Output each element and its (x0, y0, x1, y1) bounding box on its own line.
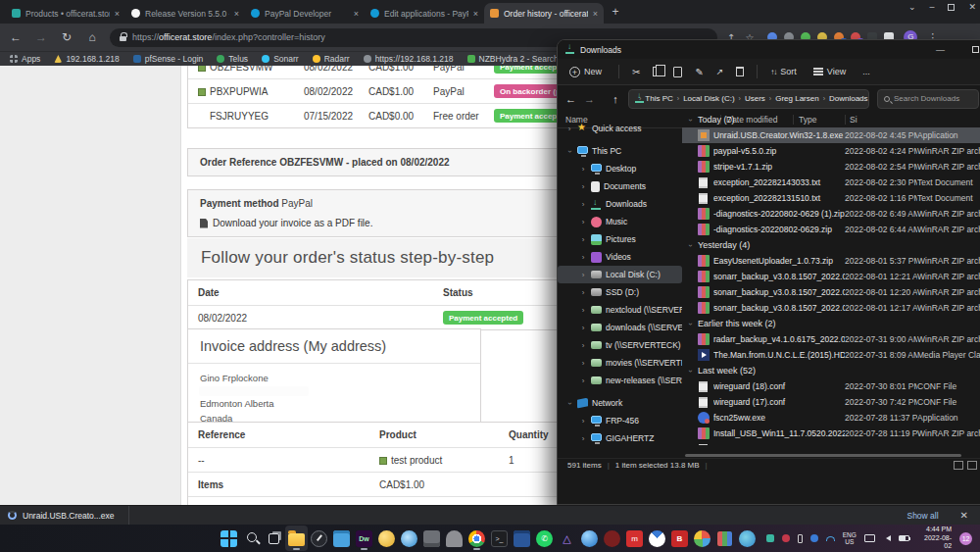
sidebar-documents[interactable]: Documents (558, 177, 682, 195)
file-row[interactable]: sonarr_backup_v3.0.8.1507_2022.07.31_22.… (682, 300, 980, 316)
sidebar-this-pc[interactable]: This PC (558, 142, 682, 160)
dark-red-app-icon[interactable] (601, 526, 623, 551)
file-row[interactable]: fscn25ww.exe 2022-07-28 11:37 PM Applica… (682, 410, 980, 426)
view-button[interactable]: View (813, 67, 850, 76)
back-button[interactable]: ← (8, 30, 24, 44)
explorer-title-bar[interactable]: Downloads — (558, 40, 980, 59)
bookmark-sonarr[interactable]: Sonarr (262, 54, 299, 64)
chrome-icon[interactable] (466, 526, 488, 551)
search-input[interactable]: Search Downloads (877, 89, 979, 109)
group-chevron-icon[interactable] (686, 320, 694, 328)
tab-close-icon[interactable]: × (354, 9, 359, 19)
breadcrumb-item[interactable]: Users (745, 94, 765, 103)
address-breadcrumb-bar[interactable]: › This PC› Local Disk (C:)› Users› Greg … (628, 89, 869, 109)
new-tab-button[interactable]: + (608, 5, 623, 21)
sidebar-ssd-d[interactable]: SSD (D:) (558, 283, 682, 301)
tab-paypal-developer[interactable]: PayPal Developer × (245, 3, 365, 24)
details-view-icon[interactable] (954, 461, 963, 470)
expand-chevron-icon[interactable] (579, 253, 587, 262)
file-row[interactable]: sonarr_backup_v3.0.8.1507_2022.07.30_21.… (682, 284, 980, 300)
close-shelf-icon[interactable]: ✕ (960, 510, 968, 521)
expand-chevron-icon[interactable] (579, 182, 587, 191)
sidebar-tv-drive[interactable]: tv (\\SERVERTECK) (U:) (558, 336, 682, 354)
expand-chevron-icon[interactable] (579, 165, 587, 174)
file-row[interactable]: The.Man.from.U.N.C.L.E.(2015).HDRip.XviD… (682, 347, 980, 363)
file-row[interactable]: Unraid.USB.Creator.Win32-1.8.exe 2022-08… (682, 127, 980, 143)
cast-monitor-icon[interactable] (864, 534, 875, 542)
device-manager-icon[interactable] (420, 526, 443, 551)
nav-back-icon[interactable]: ← (565, 93, 576, 105)
close-button[interactable]: ✕ (968, 2, 976, 12)
blue-sphere-app-icon[interactable] (578, 526, 601, 551)
file-row[interactable]: Earlier this week (2) (682, 316, 980, 331)
vpn-arc-icon[interactable] (826, 536, 835, 541)
bookmark-ip-https[interactable]: https://192.168.1.218 (364, 54, 454, 64)
file-row[interactable]: EasyUsenetUploader_1.0.73.zip 2022-08-01… (682, 253, 980, 269)
expand-chevron-icon[interactable] (579, 271, 587, 279)
forward-button[interactable]: → (33, 30, 49, 44)
sidebar-local-disk-c[interactable]: Local Disk (C:) (558, 266, 682, 283)
tab-search-chevron-icon[interactable]: ⌄ (908, 2, 916, 12)
file-row[interactable]: Yesterday (4) (682, 237, 980, 253)
expand-chevron-icon[interactable] (565, 125, 573, 133)
sort-button[interactable]: ↑↓Sort (770, 67, 801, 76)
cut-icon[interactable]: ✂ (632, 67, 640, 77)
whatsapp-icon[interactable]: ✆ (533, 526, 556, 551)
sidebar-music[interactable]: Music (558, 213, 682, 230)
red-m-app-icon[interactable]: m (623, 526, 646, 551)
share-icon[interactable]: ↗ (716, 67, 724, 76)
expand-chevron-icon[interactable] (565, 399, 573, 408)
notification-badge[interactable]: 12 (959, 532, 972, 545)
file-row[interactable]: exception_202282143033.txt 2022-08-02 2:… (682, 175, 980, 190)
start-button-icon[interactable] (218, 526, 240, 551)
task-view-icon[interactable] (263, 526, 285, 551)
bluetooth-icon[interactable] (810, 534, 818, 542)
expand-chevron-icon[interactable] (579, 200, 587, 209)
sidebar-downloads[interactable]: Downloads (558, 195, 682, 213)
large-icons-view-icon[interactable] (967, 461, 977, 470)
breadcrumb-item[interactable]: Greg Larsen (775, 94, 818, 103)
gear-app-icon[interactable] (691, 526, 713, 551)
tab-products[interactable]: Products • officerat.store × (6, 3, 125, 24)
nav-forward-icon[interactable]: → (584, 93, 595, 105)
delete-icon[interactable] (736, 67, 744, 76)
rename-icon[interactable]: ✎ (695, 67, 703, 77)
breadcrumb-item[interactable]: Downloads (829, 94, 868, 103)
file-row[interactable]: radarr_backup_v4.1.0.6175_2022.07.31_09.… (682, 331, 980, 347)
expand-chevron-icon[interactable] (565, 147, 573, 156)
tab-close-icon[interactable]: × (473, 9, 478, 19)
expand-chevron-icon[interactable] (579, 306, 587, 315)
file-row[interactable]: sonarr_backup_v3.0.8.1507_2022.07.29_21.… (682, 269, 980, 284)
tray-network-app-icon[interactable] (766, 534, 774, 542)
bookmark-apps[interactable]: Apps (10, 54, 40, 64)
file-row[interactable]: wireguard (17).conf 2022-07-30 7:42 PM C… (682, 394, 980, 410)
paste-icon[interactable] (673, 67, 682, 77)
clock[interactable]: 4:44 PM2022-08-02 (917, 526, 952, 551)
statue-app-icon[interactable] (443, 526, 466, 551)
tray-red-app-icon[interactable] (782, 534, 790, 542)
nav-up-icon[interactable]: ↑ (611, 93, 620, 105)
battery-icon[interactable] (899, 535, 909, 541)
sidebar-movies-drive[interactable]: movies (\\SERVERTECK) (V:) (558, 354, 682, 372)
file-row[interactable]: exception_202282131510.txt 2022-08-02 1:… (682, 190, 980, 206)
bookmark-radarr[interactable]: Radarr (313, 54, 350, 64)
sidebar-new-releases-drive[interactable]: new-releases (\\SERVERTECK) ( (558, 372, 682, 389)
coin-app-icon[interactable] (375, 526, 398, 551)
breadcrumb-item[interactable]: Local Disk (C:) (683, 94, 734, 103)
language-indicator[interactable]: ENGUS (843, 531, 857, 545)
tab-github-release[interactable]: Release Version 5.5.0 - thirtybee... × (125, 3, 245, 24)
new-button[interactable]: +New (569, 67, 606, 77)
sidebar-videos[interactable]: Videos (558, 248, 682, 266)
notes-app-icon[interactable] (330, 526, 353, 551)
triangle-app-icon[interactable]: △ (556, 526, 578, 551)
sidebar-desktop[interactable]: Desktop (558, 160, 682, 177)
expand-chevron-icon[interactable] (579, 324, 587, 332)
tab-close-icon[interactable]: × (593, 9, 598, 19)
group-chevron-icon[interactable] (686, 241, 694, 250)
gauge-app-icon[interactable] (308, 526, 330, 551)
bookmark-pfsense[interactable]: pfSense - Login (133, 54, 204, 64)
dreamweaver-icon[interactable]: Dw (353, 526, 375, 551)
file-row[interactable]: -diagnostics-20220802-0629.zip 2022-08-0… (682, 222, 980, 237)
expand-chevron-icon[interactable] (579, 235, 587, 244)
sidebar-frp-456[interactable]: FRP-456 (558, 412, 682, 429)
